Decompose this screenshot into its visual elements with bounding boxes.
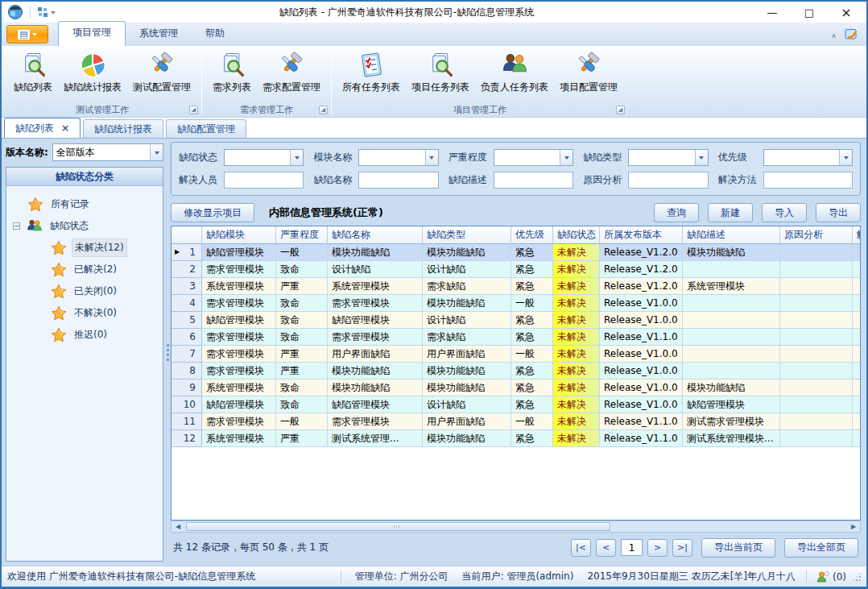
table-column-header[interactable]: 缺陷状态 — [553, 226, 600, 244]
help-icon[interactable] — [845, 27, 858, 44]
ribbon-button[interactable]: 项目任务列表 — [406, 50, 475, 96]
version-combobox[interactable]: 全部版本 — [52, 143, 163, 161]
first-page-button[interactable]: |< — [571, 539, 591, 557]
filter-input[interactable] — [763, 172, 853, 189]
table-row[interactable]: 12系统管理模块严重测试系统管理...模块功能缺陷紧急未解决Release_V1… — [172, 430, 860, 447]
filter-combobox[interactable] — [494, 149, 573, 166]
prev-page-button[interactable]: < — [596, 539, 616, 557]
export-current-page-button[interactable]: 导出当前页 — [701, 538, 775, 558]
table-column-header[interactable]: 解决方法 — [853, 226, 861, 244]
table-column-header[interactable]: 缺陷类型 — [423, 226, 511, 244]
table-column-header[interactable]: 缺陷描述 — [683, 226, 780, 244]
table-column-header[interactable]: 缺陷模块 — [202, 226, 276, 244]
splitter-handle[interactable] — [164, 139, 171, 566]
last-page-button[interactable]: >| — [672, 539, 692, 557]
close-button[interactable]: × — [828, 2, 865, 22]
table-column-header[interactable]: 所属发布版本 — [600, 226, 683, 244]
quick-access-dropdown-icon[interactable] — [51, 11, 56, 17]
table-row[interactable]: 8需求管理模块严重模块功能缺陷模块功能缺陷紧急未解决Release_V1.0.0 — [172, 363, 860, 380]
row-selector-cell[interactable]: 2 — [172, 261, 202, 278]
table-row[interactable]: 4需求管理模块致命需求管理模块模块功能缺陷一般未解决Release_V1.0.0 — [172, 295, 860, 312]
ribbon-tab-active[interactable]: 项目管理 — [58, 21, 126, 46]
filter-combobox[interactable] — [358, 149, 438, 166]
ribbon-collapse-icon[interactable]: ∧ — [831, 32, 837, 39]
minimize-button[interactable]: — — [754, 2, 791, 22]
tree-item[interactable]: 推迟(0) — [6, 324, 163, 346]
filter-input[interactable] — [224, 172, 304, 189]
combobox-dropdown-button[interactable] — [290, 150, 303, 165]
dialog-launcher-icon[interactable]: ◢ — [189, 106, 198, 114]
table-row[interactable]: 5缺陷管理模块致命缺陷管理模块设计缺陷紧急未解决Release_V1.0.0 — [172, 312, 860, 329]
table-row[interactable]: 1▶缺陷管理模块一般模块功能缺陷模块功能缺陷紧急未解决Release_V1.2.… — [172, 244, 860, 261]
table-column-header[interactable]: 严重程度 — [276, 226, 328, 244]
ribbon-button[interactable]: 缺陷列表 — [8, 50, 58, 96]
new-button[interactable]: 新建 — [708, 203, 753, 222]
table-row[interactable]: 10缺陷管理模块致命缺陷管理模块设计缺陷紧急未解决Release_V1.0.0缺… — [172, 396, 860, 413]
row-selector-cell[interactable]: 11 — [172, 413, 202, 430]
combobox-dropdown-button[interactable] — [839, 150, 852, 165]
import-button[interactable]: 导入 — [762, 203, 807, 222]
row-selector-cell[interactable]: 5 — [172, 312, 202, 329]
row-selector-cell[interactable]: 12 — [172, 430, 202, 447]
ribbon-tab-item[interactable]: 帮助 — [192, 23, 238, 46]
table-row[interactable]: 2需求管理模块致命设计缺陷设计缺陷紧急未解决Release_V1.2.0 — [172, 261, 860, 278]
table-row[interactable]: 3系统管理模块严重系统管理模块需求缺陷紧急未解决Release_V1.2.0系统… — [172, 278, 860, 295]
table-row[interactable]: 6需求管理模块致命需求管理模块需求缺陷紧急未解决Release_V1.1.0 — [172, 329, 860, 346]
dialog-launcher-icon[interactable]: ◢ — [319, 106, 328, 114]
app-menu-button[interactable]: ▤ — [6, 25, 48, 44]
collapse-icon[interactable]: − — [13, 222, 20, 230]
table-column-header[interactable]: 优先级 — [511, 226, 553, 244]
scrollbar-track[interactable] — [184, 521, 847, 532]
next-page-button[interactable]: > — [647, 539, 668, 557]
row-selector-cell[interactable]: 6 — [172, 329, 202, 346]
table-column-header[interactable]: 原因分析 — [780, 226, 853, 244]
row-selector-cell[interactable]: 9 — [172, 380, 202, 396]
combobox-dropdown-button[interactable] — [425, 150, 438, 165]
tree-item[interactable]: −缺陷状态 — [6, 215, 163, 237]
tab-close-icon[interactable]: × — [61, 122, 69, 134]
modify-display-items-button[interactable]: 修改显示项目 — [171, 203, 254, 222]
ribbon-button[interactable]: 所有任务列表 — [337, 50, 406, 96]
version-dropdown-button[interactable] — [150, 144, 163, 160]
tree-item[interactable]: 不解决(0) — [6, 302, 163, 324]
dialog-launcher-icon[interactable]: ◢ — [616, 106, 625, 114]
row-selector-cell[interactable]: 10 — [172, 396, 202, 413]
export-all-pages-button[interactable]: 导出全部页 — [784, 538, 858, 558]
filter-input[interactable] — [628, 172, 708, 189]
tree-item[interactable]: 已解决(2) — [6, 259, 163, 280]
combobox-dropdown-button[interactable] — [560, 150, 572, 165]
document-tab[interactable]: 缺陷列表× — [4, 118, 81, 138]
tree-item[interactable]: 所有记录 — [6, 193, 163, 215]
document-tab[interactable]: 缺陷统计报表 — [83, 119, 163, 138]
filter-combobox[interactable] — [224, 149, 304, 166]
page-number-input[interactable] — [621, 539, 643, 556]
row-selector-cell[interactable]: 8 — [172, 363, 202, 380]
scroll-right-icon[interactable]: ▶ — [847, 521, 860, 532]
filter-input[interactable] — [358, 172, 438, 189]
row-selector-cell[interactable]: 1▶ — [172, 244, 202, 261]
ribbon-button[interactable]: 需求配置管理 — [257, 50, 326, 96]
document-tab[interactable]: 缺陷配置管理 — [166, 119, 246, 138]
filter-combobox[interactable] — [763, 149, 853, 166]
maximize-button[interactable]: □ — [791, 2, 828, 22]
filter-input[interactable] — [494, 172, 573, 189]
ribbon-button[interactable]: 负责人任务列表 — [475, 50, 554, 96]
ribbon-button[interactable]: 缺陷统计报表 — [58, 50, 127, 96]
ribbon-button[interactable]: 需求列表 — [207, 50, 257, 96]
table-row[interactable]: 7需求管理模块严重用户界面缺陷用户界面缺陷一般未解决Release_V1.0.0 — [172, 346, 860, 363]
row-selector-cell[interactable]: 7 — [172, 346, 202, 363]
tree-item[interactable]: 已关闭(0) — [6, 280, 163, 302]
export-button[interactable]: 导出 — [816, 203, 861, 222]
table-row[interactable]: 11需求管理模块一般需求管理模块用户界面缺陷一般未解决Release_V1.1.… — [172, 413, 860, 430]
table-column-header[interactable]: 缺陷名称 — [328, 226, 423, 244]
table-row[interactable]: 9系统管理模块致命模块功能缺陷模块功能缺陷紧急未解决Release_V1.0.0… — [172, 380, 860, 396]
row-selector-cell[interactable]: 3 — [172, 278, 202, 295]
ribbon-tab-item[interactable]: 系统管理 — [126, 23, 192, 46]
horizontal-scrollbar[interactable]: ◀ ▶ — [171, 521, 861, 533]
row-selector-cell[interactable]: 4 — [172, 295, 202, 312]
ribbon-button[interactable]: 测试配置管理 — [127, 50, 196, 96]
quick-access-toolbar[interactable] — [33, 6, 60, 18]
filter-combobox[interactable] — [628, 149, 708, 166]
scroll-left-icon[interactable]: ◀ — [172, 521, 184, 532]
resize-grip[interactable] — [853, 573, 861, 581]
